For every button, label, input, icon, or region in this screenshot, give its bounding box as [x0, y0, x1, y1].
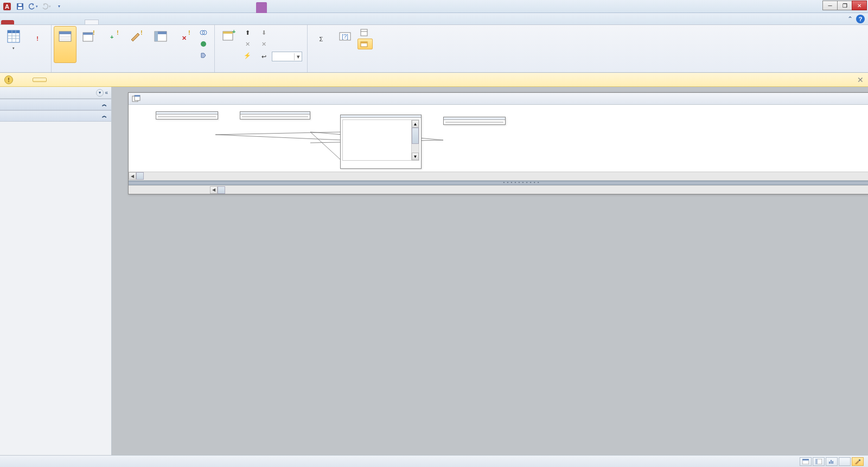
table-box-nakladnaya[interactable] — [240, 111, 310, 119]
ribbon: ▾ ! ! +! ! — [0, 25, 868, 73]
ribbon-tabs: ⌃ ? — [0, 13, 868, 25]
passthrough-button[interactable] — [197, 39, 212, 49]
svg-rect-6 — [8, 30, 20, 33]
view-button[interactable]: ▾ — [2, 26, 25, 63]
svg-point-29 — [201, 41, 206, 47]
maketable-icon: ! — [81, 29, 97, 44]
pivot-view-button[interactable] — [813, 457, 825, 466]
nav-category-queries[interactable]: ︽ — [0, 110, 111, 122]
crosstab-icon — [153, 29, 168, 44]
datasheet-view-button[interactable] — [800, 457, 812, 466]
insertcols-icon: ⬇ — [260, 29, 267, 36]
group-querytype: ! +! ! ✕! — [52, 25, 215, 72]
append-icon: +! — [105, 29, 120, 44]
help-icon[interactable]: ? — [856, 15, 865, 23]
propsheet-icon — [360, 29, 368, 36]
union-button[interactable] — [197, 27, 212, 38]
view-switcher — [800, 457, 864, 466]
close-security-icon[interactable]: ✕ — [857, 75, 864, 84]
svg-rect-55 — [832, 461, 833, 464]
design-view-button[interactable] — [852, 457, 864, 466]
insertrows-button[interactable]: ⬆ — [241, 27, 256, 38]
insertcols-button[interactable]: ⬇ — [257, 27, 305, 38]
builder-button[interactable]: ⚡ — [241, 50, 256, 61]
nav-category-tables[interactable]: ︽ — [0, 99, 111, 110]
datasheet-icon — [6, 29, 21, 44]
server-icon — [200, 40, 207, 48]
minimize-ribbon-icon[interactable]: ⌃ — [847, 15, 853, 23]
deleterows-button[interactable]: ✕ — [241, 39, 256, 49]
shutter-icon[interactable]: « — [105, 90, 108, 96]
tab-home[interactable] — [16, 20, 29, 24]
svg-line-44 — [215, 132, 343, 135]
quick-access-toolbar: A ▾ ▾ ▾ — [0, 1, 65, 12]
query-window-titlebar[interactable]: ─ ❐ ✕ — [129, 93, 868, 105]
showtable-button[interactable]: + — [217, 26, 240, 63]
redo-icon[interactable]: ▾ — [40, 1, 52, 12]
update-icon: ! — [129, 29, 144, 44]
table-box-prodazhi[interactable]: ▲▼ — [340, 115, 422, 169]
sql-view-button[interactable] — [839, 457, 851, 466]
svg-rect-36 — [361, 29, 367, 36]
tab-create[interactable] — [29, 20, 42, 24]
params-button[interactable]: [?] — [334, 26, 356, 63]
qat-customize-icon[interactable]: ▾ — [53, 1, 65, 12]
svg-rect-52 — [815, 459, 818, 464]
table-box-tovar[interactable] — [443, 117, 506, 125]
tab-design[interactable] — [85, 20, 99, 24]
params-icon: [?] — [337, 29, 353, 44]
table-box-gorod[interactable] — [156, 111, 218, 119]
crosstab-button[interactable] — [149, 26, 172, 63]
svg-text:!: ! — [141, 29, 143, 36]
propsheet-button[interactable] — [358, 27, 373, 38]
select-query-button[interactable] — [54, 26, 76, 63]
undo-icon[interactable]: ▾ — [27, 1, 39, 12]
pane-splitter[interactable]: • • • • • • • • • • — [129, 181, 868, 185]
svg-text:!: ! — [93, 29, 95, 36]
tab-dbtools[interactable] — [55, 20, 68, 24]
maximize-button[interactable]: ❐ — [837, 1, 852, 10]
collapse-icon: ︽ — [102, 101, 107, 108]
svg-text:!: ! — [36, 35, 39, 42]
minimize-button[interactable]: ─ — [822, 1, 838, 10]
tab-file[interactable] — [1, 20, 14, 24]
maketable-button[interactable]: ! — [78, 26, 100, 63]
group-setup: + ⬆ ✕ ⚡ ⬇ ✕ ↩ ▾ — [215, 25, 308, 72]
deletecols-button[interactable]: ✕ — [257, 39, 305, 49]
showtable-icon: + — [221, 29, 236, 44]
svg-line-46 — [310, 132, 343, 162]
svg-rect-56 — [859, 459, 860, 461]
datadef-button[interactable] — [197, 50, 212, 61]
delete-query-button[interactable]: ✕! — [173, 26, 196, 63]
return-combo[interactable]: ▾ — [272, 52, 302, 61]
totals-button[interactable]: Σ — [310, 26, 333, 63]
svg-line-45 — [310, 132, 343, 135]
enable-content-button[interactable] — [33, 78, 47, 82]
svg-text:[?]: [?] — [342, 33, 348, 40]
group-results: ▾ ! — [0, 25, 52, 72]
tab-external[interactable] — [42, 20, 55, 24]
return-control: ↩ ▾ — [257, 50, 305, 63]
run-button[interactable]: ! — [26, 26, 49, 63]
svg-line-43 — [215, 135, 343, 140]
svg-rect-24 — [155, 31, 158, 41]
select-query-icon — [58, 29, 73, 44]
tablenames-button[interactable] — [358, 39, 373, 49]
search-dropdown-icon[interactable]: ▾ — [96, 89, 104, 97]
table-scrollbar[interactable]: ▲▼ — [411, 120, 419, 160]
diagram-hscroll[interactable]: ◀▶ — [129, 172, 868, 180]
diagram-pane[interactable]: ▲▼ ▲▼ ◀▶ — [129, 105, 868, 181]
append-button[interactable]: +! — [101, 26, 124, 63]
svg-text:!: ! — [117, 29, 119, 36]
svg-rect-4 — [18, 4, 22, 6]
nav-header[interactable]: ▾« — [0, 87, 111, 99]
close-button[interactable]: ✕ — [852, 1, 867, 10]
save-icon[interactable] — [14, 1, 26, 12]
chart-view-button[interactable] — [826, 457, 838, 466]
update-button[interactable]: ! — [125, 26, 148, 63]
grid-hscroll[interactable]: ◀▶ — [129, 185, 868, 194]
delete-icon: ✕! — [177, 29, 192, 44]
app-icon[interactable]: A — [1, 1, 13, 12]
svg-rect-13 — [59, 31, 71, 34]
tablenames-icon — [360, 40, 368, 48]
